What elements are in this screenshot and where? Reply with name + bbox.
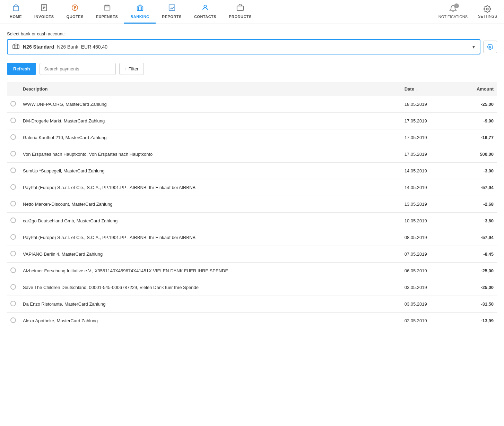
radio-button[interactable]: [10, 168, 16, 173]
row-select[interactable]: [7, 179, 19, 196]
home-icon: [12, 4, 20, 13]
refresh-button[interactable]: Refresh: [7, 63, 36, 75]
row-amount: 500,00: [454, 146, 497, 163]
table-row[interactable]: SumUp *Suppegeil, MasterCard Zahlung14.0…: [7, 163, 497, 179]
table-row[interactable]: PayPal (Europe) S.a.r.l. et Cie., S.C.A.…: [7, 229, 497, 246]
row-amount: -25,00: [454, 263, 497, 279]
row-select[interactable]: [7, 129, 19, 146]
radio-button[interactable]: [10, 118, 16, 123]
table-header: Description Date ↓ Amount: [7, 82, 497, 96]
row-description: Von Erspartes nach Hauptkonto, Von Erspa…: [19, 146, 401, 163]
row-date: 08.05.2019: [401, 229, 454, 246]
amount-col-header: Amount: [454, 82, 497, 96]
bank-name: N26 Bank: [57, 44, 78, 50]
table-row[interactable]: car2go Deutschland Gmb, MasterCard Zahlu…: [7, 213, 497, 229]
account-balance: EUR 460,40: [81, 44, 107, 50]
radio-button[interactable]: [10, 101, 16, 106]
row-select[interactable]: [7, 313, 19, 329]
radio-button[interactable]: [10, 151, 16, 156]
table-row[interactable]: Alexa Apotheke, MasterCard Zahlung02.05.…: [7, 313, 497, 329]
row-date: 06.05.2019: [401, 263, 454, 279]
date-col-header[interactable]: Date ↓: [401, 82, 454, 96]
radio-button[interactable]: [10, 218, 16, 223]
row-amount: -31,50: [454, 296, 497, 313]
products-icon: [236, 4, 244, 13]
nav-item-home[interactable]: HOME: [3, 0, 28, 24]
filter-button[interactable]: + Filter: [119, 63, 144, 75]
row-select[interactable]: [7, 213, 19, 229]
row-select[interactable]: [7, 296, 19, 313]
row-select[interactable]: [7, 246, 19, 263]
nav-item-expenses[interactable]: EXPENSES: [90, 0, 124, 24]
table-row[interactable]: Save The Children Deutschland, 00001-545…: [7, 279, 497, 296]
table-row[interactable]: DM-Drogerie Markt, MasterCard Zahlung17.…: [7, 113, 497, 129]
row-description: WWW.UNFPA.ORG, MasterCard Zahlung: [19, 96, 401, 113]
radio-button[interactable]: [10, 234, 16, 240]
row-select[interactable]: [7, 113, 19, 129]
row-date: 10.05.2019: [401, 213, 454, 229]
radio-button[interactable]: [10, 267, 16, 273]
row-amount: -3,00: [454, 163, 497, 179]
row-description: car2go Deutschland Gmb, MasterCard Zahlu…: [19, 213, 401, 229]
radio-button[interactable]: [10, 284, 16, 290]
row-amount: -57,94: [454, 179, 497, 196]
chevron-down-icon: ▾: [472, 44, 475, 50]
nav-item-banking[interactable]: BANKING: [124, 0, 156, 24]
radio-button[interactable]: [10, 301, 16, 306]
table-row[interactable]: WWW.UNFPA.ORG, MasterCard Zahlung18.05.2…: [7, 96, 497, 113]
radio-button[interactable]: [10, 251, 16, 256]
account-select-dropdown[interactable]: N26 Standard N26 Bank EUR 460,40 ▾: [7, 39, 480, 54]
nav-item-reports[interactable]: REPORTS: [156, 0, 188, 24]
table-row[interactable]: Galeria Kaufhof 210, MasterCard Zahlung1…: [7, 129, 497, 146]
row-date: 07.05.2019: [401, 246, 454, 263]
settings-icon: [484, 5, 491, 13]
sort-icon: ↓: [416, 87, 418, 91]
row-amount: -8,45: [454, 246, 497, 263]
table-row[interactable]: Von Erspartes nach Hauptkonto, Von Erspa…: [7, 146, 497, 163]
radio-button[interactable]: [10, 317, 16, 323]
row-select[interactable]: [7, 263, 19, 279]
row-date: 14.05.2019: [401, 179, 454, 196]
row-amount: -3,60: [454, 213, 497, 229]
invoices-icon: [40, 4, 48, 13]
row-amount: -13,99: [454, 313, 497, 329]
row-select[interactable]: [7, 279, 19, 296]
account-select-label: Select bank or cash account:: [7, 31, 497, 36]
row-date: 18.05.2019: [401, 96, 454, 113]
row-description: Galeria Kaufhof 210, MasterCard Zahlung: [19, 129, 401, 146]
table-row[interactable]: Alzheimer Forschung Initiative e.V., X35…: [7, 263, 497, 279]
row-select[interactable]: [7, 196, 19, 213]
row-date: 17.05.2019: [401, 113, 454, 129]
settings-button[interactable]: SETTINGS: [475, 5, 501, 18]
nav-item-invoices[interactable]: INVOICES: [28, 0, 60, 24]
payments-table: Description Date ↓ Amount WWW.UNFPA.ORG,…: [7, 82, 497, 329]
nav-item-quotes[interactable]: QUOTES: [60, 0, 90, 24]
nav-item-contacts[interactable]: CONTACTS: [188, 0, 223, 24]
table-row[interactable]: PayPal (Europe) S.a.r.l. et Cie., S.C.A.…: [7, 179, 497, 196]
gear-icon: [487, 44, 493, 50]
radio-button[interactable]: [10, 201, 16, 206]
row-select[interactable]: [7, 146, 19, 163]
select-col-header: [7, 82, 19, 96]
row-amount: -9,90: [454, 113, 497, 129]
account-settings-button[interactable]: [483, 41, 497, 53]
radio-button[interactable]: [10, 134, 16, 140]
svg-point-13: [204, 5, 206, 8]
row-date: 17.05.2019: [401, 146, 454, 163]
table-row[interactable]: Da Enzo Ristorante, MasterCard Zahlung03…: [7, 296, 497, 313]
reports-icon: [168, 4, 176, 13]
row-date: 02.05.2019: [401, 313, 454, 329]
notifications-button[interactable]: 0 NOTIFICATIONS: [435, 5, 471, 19]
row-select[interactable]: [7, 163, 19, 179]
search-input[interactable]: [40, 63, 116, 75]
table-row[interactable]: Netto Marken-Discount, MasterCard Zahlun…: [7, 196, 497, 213]
row-date: 03.05.2019: [401, 279, 454, 296]
radio-button[interactable]: [10, 184, 16, 190]
row-amount: -25,00: [454, 96, 497, 113]
nav-item-products[interactable]: PRODUCTS: [223, 0, 258, 24]
table-row[interactable]: VAPIANO Berlin 4, MasterCard Zahlung07.0…: [7, 246, 497, 263]
row-date: 13.05.2019: [401, 196, 454, 213]
toolbar: Refresh + Filter: [7, 63, 497, 75]
row-select[interactable]: [7, 96, 19, 113]
row-select[interactable]: [7, 229, 19, 246]
